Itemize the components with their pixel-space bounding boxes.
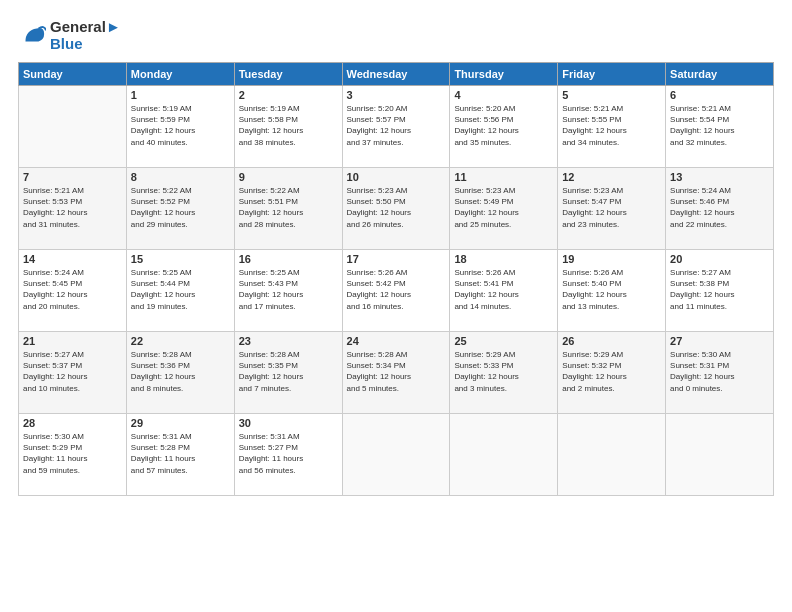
calendar-cell: 17Sunrise: 5:26 AM Sunset: 5:42 PM Dayli… [342,250,450,332]
calendar-cell: 6Sunrise: 5:21 AM Sunset: 5:54 PM Daylig… [666,86,774,168]
calendar: SundayMondayTuesdayWednesdayThursdayFrid… [18,62,774,496]
day-info: Sunrise: 5:19 AM Sunset: 5:59 PM Dayligh… [131,103,230,148]
weekday-header-sunday: Sunday [19,63,127,86]
day-number: 12 [562,171,661,183]
day-number: 6 [670,89,769,101]
calendar-cell: 22Sunrise: 5:28 AM Sunset: 5:36 PM Dayli… [126,332,234,414]
weekday-header-wednesday: Wednesday [342,63,450,86]
week-row-5: 28Sunrise: 5:30 AM Sunset: 5:29 PM Dayli… [19,414,774,496]
day-info: Sunrise: 5:23 AM Sunset: 5:47 PM Dayligh… [562,185,661,230]
day-info: Sunrise: 5:23 AM Sunset: 5:50 PM Dayligh… [347,185,446,230]
day-info: Sunrise: 5:30 AM Sunset: 5:29 PM Dayligh… [23,431,122,476]
day-info: Sunrise: 5:25 AM Sunset: 5:44 PM Dayligh… [131,267,230,312]
day-number: 14 [23,253,122,265]
calendar-cell: 15Sunrise: 5:25 AM Sunset: 5:44 PM Dayli… [126,250,234,332]
day-info: Sunrise: 5:21 AM Sunset: 5:55 PM Dayligh… [562,103,661,148]
week-row-1: 1Sunrise: 5:19 AM Sunset: 5:59 PM Daylig… [19,86,774,168]
day-number: 13 [670,171,769,183]
day-number: 9 [239,171,338,183]
day-number: 24 [347,335,446,347]
calendar-cell: 28Sunrise: 5:30 AM Sunset: 5:29 PM Dayli… [19,414,127,496]
week-row-2: 7Sunrise: 5:21 AM Sunset: 5:53 PM Daylig… [19,168,774,250]
day-number: 18 [454,253,553,265]
calendar-cell: 5Sunrise: 5:21 AM Sunset: 5:55 PM Daylig… [558,86,666,168]
day-info: Sunrise: 5:28 AM Sunset: 5:35 PM Dayligh… [239,349,338,394]
day-number: 17 [347,253,446,265]
calendar-cell: 4Sunrise: 5:20 AM Sunset: 5:56 PM Daylig… [450,86,558,168]
calendar-cell: 12Sunrise: 5:23 AM Sunset: 5:47 PM Dayli… [558,168,666,250]
day-number: 20 [670,253,769,265]
day-number: 30 [239,417,338,429]
day-info: Sunrise: 5:22 AM Sunset: 5:52 PM Dayligh… [131,185,230,230]
day-number: 28 [23,417,122,429]
day-number: 25 [454,335,553,347]
calendar-cell: 19Sunrise: 5:26 AM Sunset: 5:40 PM Dayli… [558,250,666,332]
weekday-header-tuesday: Tuesday [234,63,342,86]
calendar-cell [666,414,774,496]
calendar-cell: 3Sunrise: 5:20 AM Sunset: 5:57 PM Daylig… [342,86,450,168]
day-info: Sunrise: 5:26 AM Sunset: 5:42 PM Dayligh… [347,267,446,312]
day-number: 29 [131,417,230,429]
weekday-header-friday: Friday [558,63,666,86]
logo: General► Blue [18,18,121,52]
day-info: Sunrise: 5:23 AM Sunset: 5:49 PM Dayligh… [454,185,553,230]
day-info: Sunrise: 5:24 AM Sunset: 5:45 PM Dayligh… [23,267,122,312]
calendar-cell: 14Sunrise: 5:24 AM Sunset: 5:45 PM Dayli… [19,250,127,332]
day-number: 2 [239,89,338,101]
calendar-cell: 10Sunrise: 5:23 AM Sunset: 5:50 PM Dayli… [342,168,450,250]
day-info: Sunrise: 5:29 AM Sunset: 5:33 PM Dayligh… [454,349,553,394]
calendar-cell [558,414,666,496]
day-number: 4 [454,89,553,101]
logo-text: General► Blue [50,18,121,52]
calendar-cell: 21Sunrise: 5:27 AM Sunset: 5:37 PM Dayli… [19,332,127,414]
day-number: 5 [562,89,661,101]
weekday-header-saturday: Saturday [666,63,774,86]
day-number: 15 [131,253,230,265]
calendar-cell: 23Sunrise: 5:28 AM Sunset: 5:35 PM Dayli… [234,332,342,414]
day-info: Sunrise: 5:27 AM Sunset: 5:38 PM Dayligh… [670,267,769,312]
day-info: Sunrise: 5:22 AM Sunset: 5:51 PM Dayligh… [239,185,338,230]
day-number: 8 [131,171,230,183]
weekday-header-row: SundayMondayTuesdayWednesdayThursdayFrid… [19,63,774,86]
calendar-cell [19,86,127,168]
day-info: Sunrise: 5:27 AM Sunset: 5:37 PM Dayligh… [23,349,122,394]
day-info: Sunrise: 5:20 AM Sunset: 5:56 PM Dayligh… [454,103,553,148]
day-info: Sunrise: 5:28 AM Sunset: 5:36 PM Dayligh… [131,349,230,394]
day-info: Sunrise: 5:26 AM Sunset: 5:41 PM Dayligh… [454,267,553,312]
day-info: Sunrise: 5:28 AM Sunset: 5:34 PM Dayligh… [347,349,446,394]
day-info: Sunrise: 5:29 AM Sunset: 5:32 PM Dayligh… [562,349,661,394]
day-number: 21 [23,335,122,347]
day-number: 26 [562,335,661,347]
day-info: Sunrise: 5:31 AM Sunset: 5:28 PM Dayligh… [131,431,230,476]
header: General► Blue [18,18,774,52]
calendar-cell: 7Sunrise: 5:21 AM Sunset: 5:53 PM Daylig… [19,168,127,250]
calendar-cell: 30Sunrise: 5:31 AM Sunset: 5:27 PM Dayli… [234,414,342,496]
day-number: 11 [454,171,553,183]
calendar-cell: 9Sunrise: 5:22 AM Sunset: 5:51 PM Daylig… [234,168,342,250]
day-number: 27 [670,335,769,347]
calendar-cell: 27Sunrise: 5:30 AM Sunset: 5:31 PM Dayli… [666,332,774,414]
day-number: 19 [562,253,661,265]
day-number: 1 [131,89,230,101]
page: General► Blue SundayMondayTuesdayWednesd… [0,0,792,612]
day-info: Sunrise: 5:19 AM Sunset: 5:58 PM Dayligh… [239,103,338,148]
day-info: Sunrise: 5:25 AM Sunset: 5:43 PM Dayligh… [239,267,338,312]
weekday-header-thursday: Thursday [450,63,558,86]
day-number: 22 [131,335,230,347]
calendar-cell: 20Sunrise: 5:27 AM Sunset: 5:38 PM Dayli… [666,250,774,332]
week-row-3: 14Sunrise: 5:24 AM Sunset: 5:45 PM Dayli… [19,250,774,332]
calendar-cell: 8Sunrise: 5:22 AM Sunset: 5:52 PM Daylig… [126,168,234,250]
day-info: Sunrise: 5:21 AM Sunset: 5:53 PM Dayligh… [23,185,122,230]
calendar-cell: 29Sunrise: 5:31 AM Sunset: 5:28 PM Dayli… [126,414,234,496]
day-info: Sunrise: 5:24 AM Sunset: 5:46 PM Dayligh… [670,185,769,230]
day-info: Sunrise: 5:31 AM Sunset: 5:27 PM Dayligh… [239,431,338,476]
calendar-cell [450,414,558,496]
week-row-4: 21Sunrise: 5:27 AM Sunset: 5:37 PM Dayli… [19,332,774,414]
calendar-cell: 18Sunrise: 5:26 AM Sunset: 5:41 PM Dayli… [450,250,558,332]
day-info: Sunrise: 5:26 AM Sunset: 5:40 PM Dayligh… [562,267,661,312]
calendar-cell: 1Sunrise: 5:19 AM Sunset: 5:59 PM Daylig… [126,86,234,168]
weekday-header-monday: Monday [126,63,234,86]
day-info: Sunrise: 5:20 AM Sunset: 5:57 PM Dayligh… [347,103,446,148]
calendar-cell [342,414,450,496]
day-info: Sunrise: 5:30 AM Sunset: 5:31 PM Dayligh… [670,349,769,394]
